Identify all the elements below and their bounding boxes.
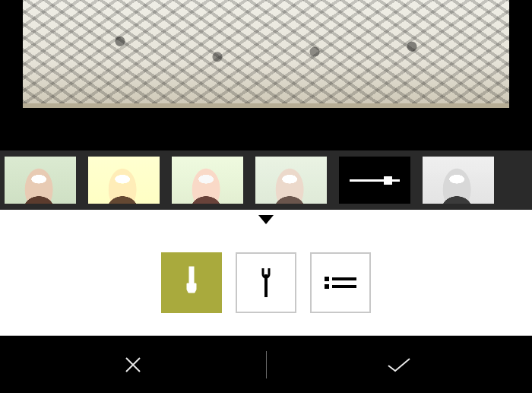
- svg-rect-1: [325, 277, 329, 281]
- svg-rect-3: [325, 284, 329, 289]
- filter-strip: [0, 150, 532, 210]
- svg-rect-4: [332, 285, 356, 288]
- filter-thumb-f3[interactable]: [172, 157, 243, 204]
- adjust-tool[interactable]: [236, 252, 296, 313]
- collapse-row: [0, 210, 532, 230]
- slider-knob[interactable]: [384, 176, 392, 185]
- svg-rect-2: [332, 277, 356, 280]
- filter-thumb-f5[interactable]: [423, 157, 494, 204]
- bottom-bar: [0, 336, 532, 393]
- tool-tabs: [0, 230, 532, 336]
- check-icon: [386, 356, 412, 373]
- wrench-icon: [259, 265, 273, 300]
- brush-icon: [183, 265, 200, 300]
- cancel-button[interactable]: [0, 336, 266, 393]
- filter-thumb-f4[interactable]: [255, 157, 327, 204]
- svg-rect-0: [189, 267, 194, 283]
- preview-area: [0, 0, 532, 150]
- chevron-down-icon[interactable]: [258, 215, 274, 224]
- filter-intensity-slider[interactable]: [339, 157, 410, 204]
- photo-preview[interactable]: [23, 0, 509, 108]
- list-icon: [325, 274, 356, 292]
- filter-thumb-f1[interactable]: [5, 157, 76, 204]
- presets-tool[interactable]: [310, 252, 371, 313]
- brush-tool[interactable]: [161, 252, 222, 313]
- slider-track: [350, 179, 400, 182]
- filter-thumb-f2[interactable]: [88, 157, 160, 204]
- confirm-button[interactable]: [267, 336, 533, 393]
- close-icon: [123, 355, 143, 375]
